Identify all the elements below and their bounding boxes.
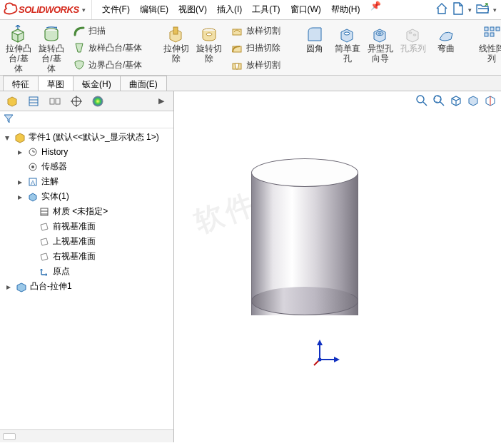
cut-sweep-button[interactable]: 放样切割 [228, 23, 283, 39]
tree-history[interactable]: ▸History [1, 145, 172, 159]
tab-surfaces[interactable]: 曲面(E) [120, 76, 167, 91]
revolve-boss-button[interactable]: 旋转凸台/基体 [37, 23, 66, 75]
tree-extrude-feature[interactable]: ▸ 凸台-拉伸1 [1, 279, 172, 294]
expand-icon[interactable]: ▸ [16, 177, 24, 187]
menu-tools[interactable]: 工具(T) [248, 1, 284, 19]
cut-extrude-icon [166, 24, 186, 44]
open-dropdown-icon[interactable]: ▾ [493, 6, 497, 14]
ribbon: 拉伸凸台/基体 旋转凸台/基体 扫描 放样凸台/基体 边界凸台/基体 拉伸切除 … [0, 20, 501, 76]
svg-rect-12 [485, 27, 488, 31]
tree-tab-config-icon[interactable] [47, 93, 63, 109]
cut-loft-button[interactable]: 扫描切除 [228, 40, 283, 56]
cut-extrude-button[interactable]: 拉伸切除 [162, 23, 191, 66]
menu-window[interactable]: 窗口(W) [286, 1, 325, 19]
tree-plane-right[interactable]: 右视基准面 [1, 249, 172, 264]
cut-boundary-icon [231, 58, 243, 71]
sweep-button[interactable]: 扫描 [70, 23, 145, 39]
model-cylinder[interactable] [251, 158, 358, 315]
filter-icon[interactable] [3, 113, 14, 126]
tree-tab-display-icon[interactable] [90, 93, 106, 109]
expand-icon[interactable]: ▾ [3, 133, 11, 143]
viewport-triad[interactable] [313, 338, 341, 367]
menu-help[interactable]: 帮助(H) [327, 1, 365, 19]
hole-wizard-icon [370, 24, 390, 44]
cut-sweep-label: 扫描切除 [246, 42, 280, 54]
panel-resize-handle[interactable] [3, 433, 16, 440]
tree-plane-top[interactable]: 上视基准面 [1, 234, 172, 249]
svg-point-47 [318, 358, 322, 362]
view-orient-icon[interactable] [450, 94, 462, 109]
hole-wizard-button[interactable]: 异型孔向导 [366, 23, 395, 66]
tree-item-label: 前视基准面 [53, 220, 96, 233]
tab-sketch[interactable]: 草图 [38, 76, 74, 91]
cut-boundary-button[interactable]: 放样切割 [228, 57, 283, 73]
tree-material[interactable]: 材质 <未指定> [1, 204, 172, 219]
menu-insert[interactable]: 插入(I) [213, 1, 246, 19]
tree-plane-front[interactable]: 前视基准面 [1, 219, 172, 234]
display-style-icon[interactable] [467, 94, 480, 109]
part-icon [14, 132, 26, 143]
tree-origin[interactable]: 原点 [1, 264, 172, 279]
open-icon[interactable] [476, 3, 489, 16]
extrude-boss-icon [9, 24, 29, 44]
hole-series-button[interactable]: 孔系列 [399, 23, 427, 56]
menu-edit[interactable]: 编辑(E) [136, 1, 173, 19]
logo-dropdown-icon[interactable]: ▾ [82, 6, 86, 14]
tree-tab-property-icon[interactable] [26, 93, 41, 109]
loft-button[interactable]: 放样凸台/基体 [70, 40, 145, 56]
viewport-3d[interactable]: 软件自学网 [174, 91, 501, 442]
tree-item-label: 右视基准面 [53, 250, 96, 263]
svg-line-38 [423, 102, 427, 106]
menu-file[interactable]: 文件(F) [98, 1, 134, 19]
tree-item-label: 材质 <未指定> [53, 205, 108, 218]
tree-item-label: 实体(1) [41, 190, 69, 203]
tree-solid-bodies[interactable]: ▸实体(1) [1, 189, 172, 204]
quick-access-icons: ▾ ▾ [435, 2, 501, 17]
loft-label: 放样凸台/基体 [88, 42, 142, 54]
loft-icon [73, 41, 86, 54]
zoom-area-icon[interactable] [432, 94, 445, 109]
linear-pattern-button[interactable]: 线性阵列 [477, 23, 501, 66]
ribbon-group-features: 圆角 简单直孔 异型孔向导 孔系列 弯曲 [300, 23, 460, 72]
menubar: SOLIDWORKS ▾ 文件(F) 编辑(E) 视图(V) 插入(I) 工具(… [0, 0, 501, 20]
tree-annotations[interactable]: ▸A注解 [1, 174, 172, 189]
home-icon[interactable] [435, 2, 448, 17]
menu-pin-icon[interactable]: 📌 [366, 1, 385, 19]
tree-tab-dimxpert-icon[interactable] [69, 93, 84, 109]
svg-point-10 [409, 32, 412, 34]
simple-hole-button[interactable]: 简单直孔 [333, 23, 362, 66]
menu-view[interactable]: 视图(V) [174, 1, 211, 19]
fillet-button[interactable]: 圆角 [300, 23, 329, 56]
view-toolbar [415, 94, 497, 109]
simple-hole-icon [338, 24, 358, 44]
new-doc-icon[interactable] [452, 2, 464, 17]
expand-icon[interactable]: ▸ [16, 147, 24, 157]
tab-features[interactable]: 特征 [3, 76, 39, 91]
cylinder-top [251, 158, 358, 187]
tree-item-label: 原点 [53, 265, 70, 278]
svg-point-7 [344, 32, 350, 35]
section-view-icon[interactable] [484, 94, 497, 109]
tree-sensors[interactable]: 传感器 [1, 159, 172, 174]
wrap-button[interactable]: 弯曲 [432, 23, 460, 56]
extrude-boss-button[interactable]: 拉伸凸台/基体 [4, 23, 33, 75]
tree-tab-feature-icon[interactable] [4, 93, 20, 109]
cut-revolve-button[interactable]: 旋转切除 [195, 23, 223, 66]
expand-icon[interactable]: ▸ [16, 192, 24, 202]
svg-point-9 [378, 33, 381, 34]
tab-sheetmetal[interactable]: 钣金(H) [73, 76, 121, 91]
menu-container: 文件(F) 编辑(E) 视图(V) 插入(I) 工具(T) 窗口(W) 帮助(H… [92, 1, 435, 19]
cut-extrude-label: 拉伸切除 [163, 44, 189, 64]
new-dropdown-icon[interactable]: ▾ [468, 6, 472, 14]
solid-body-icon [27, 191, 39, 203]
svg-rect-20 [29, 97, 38, 106]
tree-root[interactable]: ▾ 零件1 (默认<<默认>_显示状态 1>) [1, 130, 172, 145]
expand-icon[interactable]: ▸ [4, 282, 13, 292]
linear-pattern-label: 线性阵列 [479, 44, 501, 64]
tree-expand-icon[interactable]: ▶ [153, 93, 169, 109]
linear-pattern-icon [482, 24, 501, 44]
svg-text:A: A [31, 179, 35, 186]
svg-rect-16 [490, 33, 494, 36]
zoom-fit-icon[interactable] [415, 94, 428, 109]
boundary-button[interactable]: 边界凸台/基体 [70, 57, 145, 73]
